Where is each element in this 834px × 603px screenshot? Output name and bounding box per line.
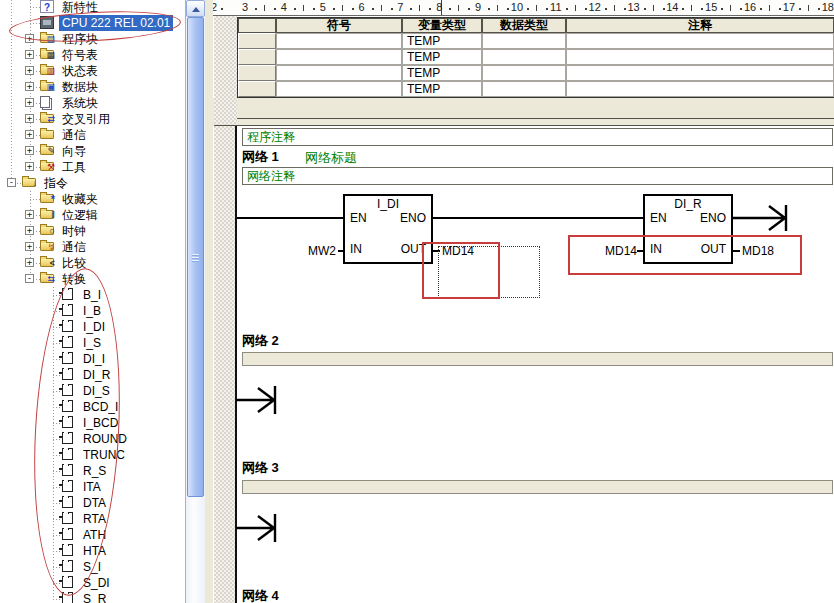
tree-item-label: R_S: [80, 463, 109, 479]
expand-toggle[interactable]: +: [25, 34, 34, 43]
tree-item-ath[interactable]: ATH: [0, 527, 185, 543]
program-comment-box[interactable]: 程序注释: [242, 128, 833, 146]
instruction-block-icon: [62, 592, 73, 603]
ruler-dot: [429, 8, 431, 10]
tree-item-b-i[interactable]: B_I: [0, 287, 185, 303]
expand-toggle[interactable]: +: [25, 226, 34, 235]
tree-item-rta[interactable]: RTA: [0, 511, 185, 527]
tree-item-ita[interactable]: ITA: [0, 479, 185, 495]
operand-md14-in[interactable]: MD14: [597, 245, 637, 257]
tree-item-new-features[interactable]: 新特性: [0, 0, 185, 15]
scrollbar-thumb[interactable]: [187, 17, 204, 497]
function-block-di-r[interactable]: DI_R EN ENO IN OUT: [643, 194, 733, 264]
tree-item-s-r[interactable]: S_R: [0, 591, 185, 603]
tree-connector-stub: [53, 455, 62, 456]
expand-toggle[interactable]: +: [25, 82, 34, 91]
tree-item-label: RTA: [80, 511, 109, 527]
branch-arrow-icon: [236, 512, 284, 546]
scroll-up-button[interactable]: [186, 0, 205, 17]
tree-item-tools[interactable]: +工具: [0, 159, 185, 175]
tree-item-communications[interactable]: +通信: [0, 127, 185, 143]
tree-item-communications-2[interactable]: +通信: [0, 239, 185, 255]
tree-item-i-bcd[interactable]: I_BCD: [0, 415, 185, 431]
tree-item-bit-logic[interactable]: +位逻辑: [0, 207, 185, 223]
network-1-title[interactable]: 网络标题: [305, 149, 357, 167]
expand-toggle[interactable]: +: [25, 114, 34, 123]
expand-toggle[interactable]: +: [25, 258, 34, 267]
instruction-block-icon: [62, 480, 73, 492]
ruler-number: 2: [213, 1, 217, 13]
tree-item-bcd-i[interactable]: BCD_I: [0, 399, 185, 415]
expand-toggle[interactable]: +: [25, 162, 34, 171]
ruler-tick: [342, 5, 343, 11]
tree-item-i-di[interactable]: I_DI: [0, 319, 185, 335]
ruler-dot: [818, 8, 820, 10]
expand-toggle[interactable]: +: [25, 130, 34, 139]
tree-item-status-chart[interactable]: +状态表: [0, 63, 185, 79]
tree-item-hta[interactable]: HTA: [0, 543, 185, 559]
tree-item-dta[interactable]: DTA: [0, 495, 185, 511]
scrollbar-grip: [192, 254, 199, 263]
tree-item-convert[interactable]: -转换: [0, 271, 185, 287]
expand-toggle[interactable]: +: [25, 210, 34, 219]
ruler-dot: [721, 8, 723, 10]
tree-item-compare[interactable]: +比较: [0, 255, 185, 271]
operand-mw2[interactable]: MW2: [298, 245, 336, 257]
tree-item-label: S_DI: [80, 575, 113, 591]
tree-item-wizards[interactable]: +向导: [0, 143, 185, 159]
tree-item-instructions[interactable]: -指令: [0, 175, 185, 191]
tree-item-di-r[interactable]: DI_R: [0, 367, 185, 383]
collapse-toggle[interactable]: -: [25, 274, 34, 283]
tree-item-data-block[interactable]: +数据块: [0, 79, 185, 95]
expand-toggle[interactable]: +: [25, 50, 34, 59]
instruction-block-icon: [62, 320, 73, 332]
tree-item-cross-reference[interactable]: +交叉引用: [0, 111, 185, 127]
tree-connector-stub: [53, 359, 62, 360]
network-2-title-bar[interactable]: [242, 352, 833, 366]
tree-item-symbol-table[interactable]: +符号表: [0, 47, 185, 63]
tree-item-r-s[interactable]: R_S: [0, 463, 185, 479]
operand-md18[interactable]: MD18: [742, 245, 774, 257]
tree-item-cpu-222-rel-02-01[interactable]: CPU 222 REL 02.01: [0, 15, 185, 31]
splitter-area[interactable]: [213, 98, 834, 126]
ruler-dot: [740, 8, 742, 10]
expand-toggle[interactable]: +: [25, 98, 34, 107]
tree-item-program-block[interactable]: +程序块: [0, 31, 185, 47]
editor-pane-top-border: [214, 125, 834, 126]
tree-item-di-i[interactable]: DI_I: [0, 351, 185, 367]
tree-connector-stub: [53, 487, 62, 488]
tree-item-favorites[interactable]: 收藏夹: [0, 191, 185, 207]
ruler-dot: [779, 8, 781, 10]
tree-scrollbar[interactable]: [186, 0, 205, 603]
instruction-block-icon: [62, 576, 73, 588]
instruction-block-icon: [62, 416, 73, 428]
network-3-title-bar[interactable]: [242, 480, 833, 494]
tree-item-s-di[interactable]: S_DI: [0, 575, 185, 591]
program-comment-text: 程序注释: [247, 130, 295, 144]
column-ruler: 23456789101112131415161718: [213, 0, 834, 16]
tree-item-trunc[interactable]: TRUNC: [0, 447, 185, 463]
pin-stub: [637, 250, 643, 252]
tree-item-label: 工具: [59, 159, 89, 175]
collapse-toggle[interactable]: -: [7, 178, 16, 187]
network-4-label: 网络 4: [242, 587, 279, 603]
expand-toggle[interactable]: +: [25, 66, 34, 75]
tree-item-system-block[interactable]: +系统块: [0, 95, 185, 111]
function-block-i-di[interactable]: I_DI EN ENO IN OUT: [343, 194, 433, 264]
tree-item-clock[interactable]: +时钟: [0, 223, 185, 239]
ruler-dot: [255, 8, 257, 10]
tree-item-di-s[interactable]: DI_S: [0, 383, 185, 399]
expand-toggle[interactable]: +: [25, 146, 34, 155]
expand-toggle[interactable]: +: [25, 242, 34, 251]
pin-en: EN: [650, 212, 667, 224]
network-1-comment-box[interactable]: 网络注释: [242, 167, 833, 185]
tree-item-round[interactable]: ROUND: [0, 431, 185, 447]
network-comment-text: 网络注释: [247, 169, 295, 183]
tree-item-i-s[interactable]: I_S: [0, 335, 185, 351]
ruler-tick: [458, 5, 459, 11]
tree-item-label: ATH: [80, 527, 109, 543]
tree-item-s-i[interactable]: S_I: [0, 559, 185, 575]
tree-item-i-b[interactable]: I_B: [0, 303, 185, 319]
tree-connector-stub: [53, 599, 62, 600]
ruler-number: 17: [783, 1, 795, 13]
